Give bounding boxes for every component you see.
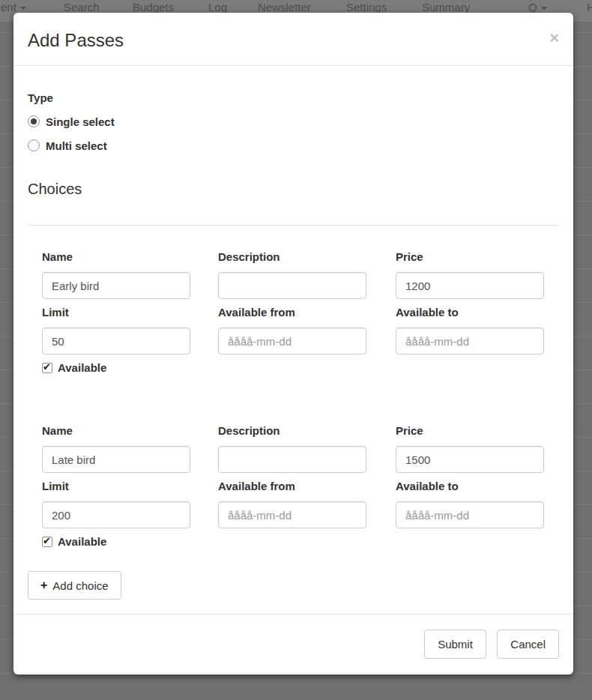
single-select-radio[interactable] [28,115,40,127]
nav-item-q-menu[interactable]: Q [528,1,547,13]
add-choice-label: Add choice [52,579,108,592]
choices-heading: Choices [28,181,559,198]
available-from-label: Available from [218,305,366,320]
plus-icon: + [40,579,47,592]
description-input[interactable] [218,446,366,473]
nav-item-log[interactable]: Log [208,1,227,13]
type-label: Type [28,91,559,104]
name-label: Name [42,423,190,438]
available-checkbox[interactable] [42,537,52,547]
multi-select-radio[interactable] [28,139,40,151]
price-label: Price [396,423,544,438]
limit-label: Limit [42,479,190,494]
available-to-input[interactable] [396,501,544,528]
nav-item-budgets[interactable]: Budgets [133,1,174,13]
modal-footer: Submit Cancel [13,614,573,675]
type-option-single[interactable]: Single select [28,113,559,130]
available-check-row[interactable]: Available [42,535,559,548]
limit-input[interactable] [42,501,190,528]
available-from-label: Available from [218,479,366,494]
description-input[interactable] [218,272,366,299]
limit-label: Limit [42,305,190,320]
submit-button[interactable]: Submit [424,630,486,659]
modal-title: Add Passes [28,29,559,51]
nav-item-summary[interactable]: Summary [422,1,470,13]
nav-item-settings[interactable]: Settings [346,1,387,13]
available-from-input[interactable] [218,328,366,354]
multi-select-label: Multi select [46,139,107,152]
nav-item-search[interactable]: Search [64,1,100,13]
cancel-button[interactable]: Cancel [497,630,559,659]
name-label: Name [42,250,190,265]
price-input[interactable] [396,272,544,299]
add-passes-modal: Add Passes × Type Single select Multi se… [13,13,573,675]
available-check-row[interactable]: Available [42,361,559,374]
limit-input[interactable] [42,328,190,354]
choice-block-1: Name Description Price Limit A [28,226,559,374]
description-label: Description [218,250,366,265]
chevron-down-icon [541,7,547,10]
available-from-input[interactable] [218,501,366,528]
nav-item-help[interactable]: H [587,1,592,13]
add-choice-button[interactable]: + Add choice [28,571,121,600]
modal-body: Type Single select Multi select Choices … [13,66,573,614]
nav-item-newsletter[interactable]: Newsletter [258,1,311,13]
single-select-label: Single select [46,115,115,128]
description-label: Description [218,423,366,438]
available-to-input[interactable] [396,328,544,354]
name-input[interactable] [42,272,190,299]
modal-header: Add Passes × [13,13,573,66]
price-input[interactable] [396,446,544,473]
available-label: Available [58,535,106,548]
nav-item-ent[interactable]: ent [1,1,26,13]
price-label: Price [396,250,544,265]
available-to-label: Available to [396,479,544,494]
available-checkbox[interactable] [42,363,52,373]
chevron-down-icon [20,7,26,10]
close-icon[interactable]: × [549,31,559,46]
name-input[interactable] [42,446,190,473]
available-to-label: Available to [396,305,544,320]
type-option-multi[interactable]: Multi select [28,137,559,154]
available-label: Available [58,361,106,374]
choice-block-2: Name Description Price Limit A [28,399,559,548]
